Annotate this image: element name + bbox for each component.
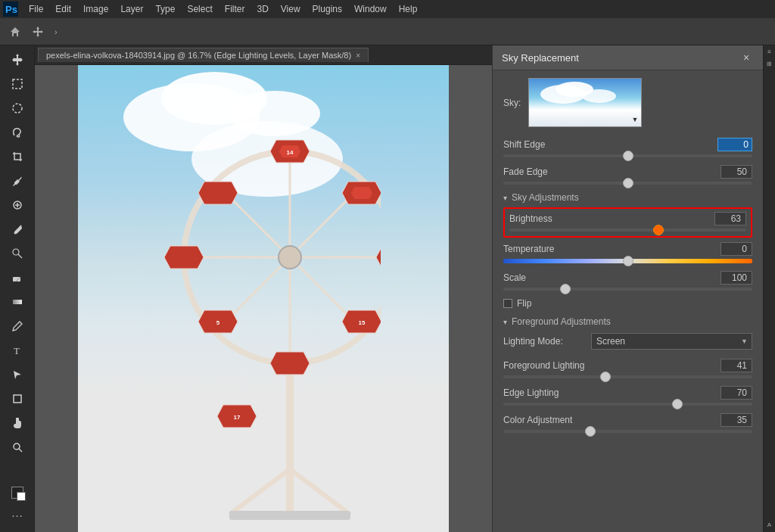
tool-brush[interactable] bbox=[6, 218, 29, 241]
temperature-label: Temperature bbox=[503, 244, 554, 254]
shift-edge-thumb[interactable] bbox=[623, 151, 633, 161]
foreground-adjustments-toggle[interactable]: ▾ bbox=[503, 318, 507, 326]
foreground-lighting-thumb[interactable] bbox=[600, 372, 611, 382]
foreground-lighting-slider[interactable] bbox=[503, 375, 752, 378]
scale-value: 100 bbox=[721, 271, 752, 285]
tool-pen[interactable] bbox=[6, 315, 29, 338]
tool-eyedropper[interactable] bbox=[6, 170, 29, 192]
temperature-slider[interactable] bbox=[503, 259, 752, 263]
right-icon-2[interactable]: ⊞ bbox=[766, 61, 773, 68]
lighting-mode-select[interactable]: Multiply Screen Luminosity bbox=[591, 333, 752, 350]
svg-rect-9 bbox=[14, 395, 21, 403]
edge-lighting-thumb[interactable] bbox=[672, 399, 683, 409]
color-adjustment-thumb[interactable] bbox=[585, 426, 596, 437]
svg-point-3 bbox=[13, 104, 22, 113]
svg-text:14: 14 bbox=[287, 149, 294, 156]
shift-edge-slider[interactable] bbox=[503, 154, 752, 157]
sky-dialog: Sky Replacement × Sky: ▼ bbox=[492, 45, 763, 532]
scale-thumb[interactable] bbox=[560, 284, 571, 294]
menu-help[interactable]: Help bbox=[393, 2, 424, 16]
menu-filter[interactable]: Filter bbox=[219, 2, 251, 16]
brightness-thumb[interactable] bbox=[653, 225, 664, 235]
temperature-thumb[interactable] bbox=[623, 256, 633, 266]
foreground-adjustments-header: ▾ Foreground Adjustments bbox=[503, 316, 752, 327]
right-icon-strip: ≡ ⊞ A bbox=[763, 45, 775, 532]
svg-marker-24 bbox=[351, 187, 372, 199]
edge-lighting-value: 70 bbox=[721, 386, 752, 400]
move-tool-btn[interactable] bbox=[29, 23, 47, 41]
fade-edge-thumb[interactable] bbox=[623, 178, 633, 188]
shift-edge-row: Shift Edge 0 bbox=[503, 138, 752, 157]
temperature-value: 0 bbox=[721, 242, 752, 256]
tool-path-selection[interactable] bbox=[6, 363, 29, 386]
tool-text[interactable]: T bbox=[6, 339, 29, 362]
fade-edge-slider[interactable] bbox=[503, 182, 752, 185]
tool-hand[interactable] bbox=[6, 412, 29, 434]
flip-row: Flip bbox=[503, 298, 752, 309]
color-adjustment-slider[interactable] bbox=[503, 430, 752, 433]
tool-crop[interactable] bbox=[6, 145, 29, 168]
tool-marquee-rect[interactable] bbox=[6, 73, 29, 95]
menu-window[interactable]: Window bbox=[348, 2, 393, 16]
menu-edit[interactable]: Edit bbox=[49, 2, 77, 16]
brightness-highlight-box: Brightness 63 bbox=[503, 207, 752, 238]
menu-layer[interactable]: Layer bbox=[114, 2, 149, 16]
scale-label: Scale bbox=[503, 272, 526, 283]
tool-gradient[interactable] bbox=[6, 291, 29, 313]
tool-lasso[interactable] bbox=[6, 121, 29, 144]
sky-preview-btn[interactable]: ▼ bbox=[528, 78, 642, 127]
tool-eraser[interactable] bbox=[6, 266, 29, 289]
svg-text:5: 5 bbox=[216, 319, 220, 326]
menu-3d[interactable]: 3D bbox=[251, 2, 274, 16]
sky-label: Sky: bbox=[503, 98, 521, 108]
edge-lighting-label: Edge Lighting bbox=[503, 387, 559, 398]
tool-shape[interactable] bbox=[6, 387, 29, 410]
background-color[interactable] bbox=[17, 492, 26, 501]
shift-edge-label: Shift Edge bbox=[503, 139, 545, 150]
more-tools[interactable]: … bbox=[6, 502, 29, 524]
lighting-mode-select-wrapper: Multiply Screen Luminosity ▼ bbox=[591, 333, 752, 350]
svg-rect-2 bbox=[13, 79, 22, 89]
tool-move[interactable] bbox=[6, 48, 29, 71]
svg-marker-32 bbox=[164, 246, 204, 269]
sky-adjustments-header: ▾ Sky Adjustments bbox=[503, 192, 752, 203]
color-adjustment-label: Color Adjustment bbox=[503, 415, 572, 425]
menu-type[interactable]: Type bbox=[149, 2, 181, 16]
canvas-tab-close[interactable]: × bbox=[356, 51, 360, 60]
svg-rect-7 bbox=[13, 300, 22, 304]
options-toolbar: › bbox=[0, 18, 775, 45]
foreground-color[interactable] bbox=[11, 487, 23, 499]
svg-point-5 bbox=[13, 249, 19, 255]
brightness-slider[interactable] bbox=[509, 229, 746, 232]
brightness-value: 63 bbox=[714, 212, 746, 226]
menu-select[interactable]: Select bbox=[181, 2, 218, 16]
menu-plugins[interactable]: Plugins bbox=[307, 2, 348, 16]
edge-lighting-slider[interactable] bbox=[503, 403, 752, 406]
right-icon-1[interactable]: ≡ bbox=[766, 48, 773, 56]
tool-spot-healing[interactable] bbox=[6, 194, 29, 216]
svg-text:Ps: Ps bbox=[5, 4, 17, 15]
svg-rect-34 bbox=[229, 511, 350, 520]
shift-edge-input[interactable]: 0 bbox=[717, 138, 752, 151]
canvas-image: 14 15 bbox=[78, 65, 449, 532]
right-icon-type[interactable]: A bbox=[766, 521, 773, 529]
home-btn[interactable] bbox=[6, 23, 24, 41]
svg-line-18 bbox=[229, 469, 290, 515]
main-area: T … pexels-elina-volkova-18403914.jpg @ … bbox=[0, 45, 775, 532]
tool-zoom[interactable] bbox=[6, 436, 29, 459]
scale-slider[interactable] bbox=[503, 288, 752, 291]
canvas-viewport[interactable]: 14 15 bbox=[35, 65, 492, 532]
canvas-tabs: pexels-elina-volkova-18403914.jpg @ 16.7… bbox=[35, 45, 492, 65]
tool-marquee-ellipse[interactable] bbox=[6, 97, 29, 120]
tool-clone-stamp[interactable] bbox=[6, 242, 29, 265]
svg-line-19 bbox=[290, 469, 350, 515]
sky-dialog-close-btn[interactable]: × bbox=[739, 50, 754, 65]
flip-checkbox[interactable] bbox=[503, 299, 512, 308]
menu-image[interactable]: Image bbox=[77, 2, 114, 16]
menu-view[interactable]: View bbox=[275, 2, 307, 16]
menu-file[interactable]: File bbox=[23, 2, 49, 16]
sky-adjustments-toggle[interactable]: ▾ bbox=[503, 194, 507, 202]
canvas-tab[interactable]: pexels-elina-volkova-18403914.jpg @ 16.7… bbox=[38, 48, 369, 62]
menubar: Ps File Edit Image Layer Type Select Fil… bbox=[0, 0, 775, 18]
svg-point-10 bbox=[14, 443, 20, 450]
